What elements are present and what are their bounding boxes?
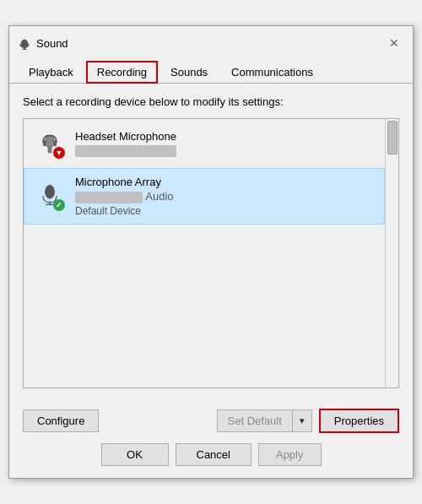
ok-cancel-apply-row: OK Cancel Apply [9,443,413,478]
svg-rect-4 [48,148,52,153]
ok-button[interactable]: OK [101,443,169,466]
set-default-button[interactable]: Set Default [217,409,292,432]
mic-array-detail-suffix: Audio [145,190,173,203]
device-item-mic-array[interactable]: ✓ Microphone Array Audio Default Device [24,168,385,225]
tab-bar: Playback Recording Sounds Communications [9,57,413,84]
device-list-wrapper: ▼ Headset Microphone [23,118,399,388]
headset-device-info: Headset Microphone [75,130,376,157]
tab-sounds[interactable]: Sounds [160,61,219,84]
mic-array-icon-wrapper: ✓ [33,179,67,213]
headset-device-detail [75,144,376,157]
mic-array-device-detail: Audio [75,190,376,203]
device-list: ▼ Headset Microphone [24,119,385,387]
title-bar: Sound ✕ [9,26,413,57]
dialog-content: Select a recording device below to modif… [9,84,413,400]
properties-button[interactable]: Properties [319,409,399,433]
bottom-buttons: Configure Set Default ▼ Properties [9,400,413,443]
device-item-headset[interactable]: ▼ Headset Microphone [24,119,385,168]
window-title: Sound [36,37,384,50]
svg-point-7 [45,186,54,199]
tab-communications[interactable]: Communications [220,61,324,84]
set-default-group: Set Default ▼ [217,409,312,432]
tab-playback[interactable]: Playback [18,61,84,84]
close-button[interactable]: ✕ [384,33,404,53]
tab-recording[interactable]: Recording [86,61,158,84]
scrollbar[interactable] [385,119,398,387]
red-down-indicator: ▼ [53,147,65,159]
configure-button[interactable]: Configure [23,409,99,432]
headset-device-name: Headset Microphone [75,130,376,143]
cancel-button[interactable]: Cancel [176,443,252,466]
headset-detail-bar [75,145,176,157]
set-default-arrow-button[interactable]: ▼ [292,409,312,432]
instruction-text: Select a recording device below to modif… [23,95,399,108]
mic-array-status: Default Device [75,205,376,217]
sound-dialog: Sound ✕ Playback Recording Sounds Commun… [8,25,414,479]
mic-array-device-name: Microphone Array [75,176,376,188]
scrollbar-thumb[interactable] [387,121,398,154]
headset-icon-wrapper: ▼ [33,127,67,160]
svg-rect-3 [46,135,54,147]
apply-button[interactable]: Apply [258,443,322,466]
window-icon [18,36,31,50]
mic-array-device-info: Microphone Array Audio Default Device [75,176,376,217]
mic-array-detail-bar [75,192,143,203]
